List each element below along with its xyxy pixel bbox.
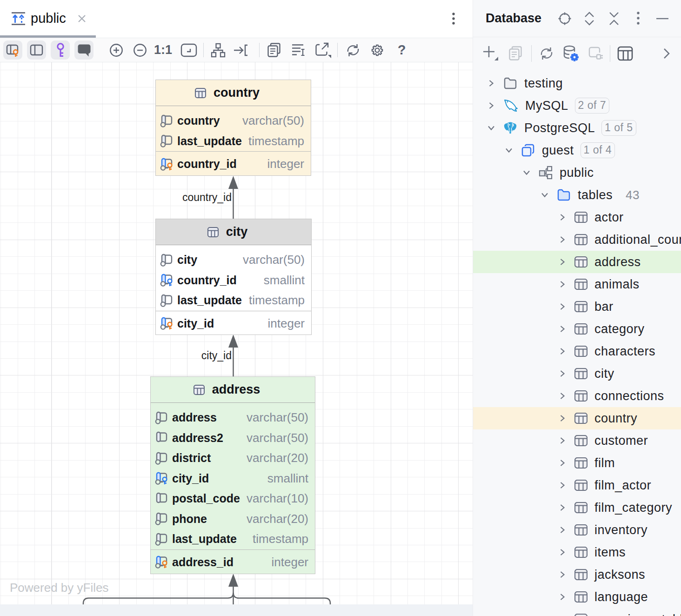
svg-text:city_id: city_id: [201, 349, 232, 362]
svg-text:country_id: country_id: [182, 191, 232, 203]
